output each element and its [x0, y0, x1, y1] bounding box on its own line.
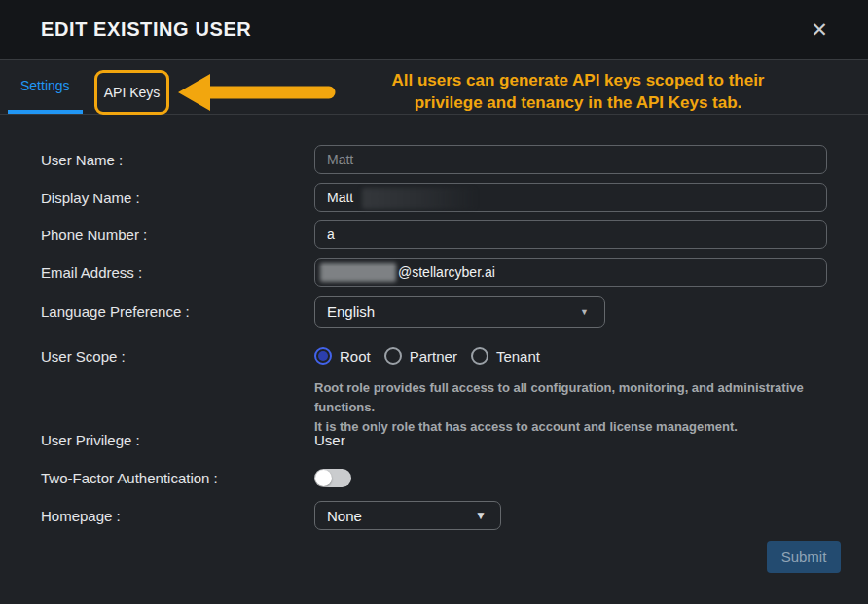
privilege-label: User Privilege :	[41, 432, 314, 448]
radio-partner-label: Partner	[410, 348, 457, 365]
radio-tenant[interactable]: Tenant	[471, 347, 540, 365]
tab-api-keys[interactable]: API Keys	[94, 70, 169, 115]
radio-unselected-icon	[471, 347, 488, 365]
display-name-row: Display Name : Matt	[41, 183, 827, 212]
user-scope-label: User Scope :	[41, 348, 314, 365]
homepage-select[interactable]: None ▼	[314, 501, 501, 530]
two-factor-row: Two-Factor Authentication :	[41, 467, 827, 488]
page-title: EDIT EXISTING USER	[41, 18, 251, 41]
homepage-label: Homepage :	[41, 508, 314, 524]
display-name-label: Display Name :	[41, 190, 314, 206]
tab-bar: Settings API Keys All users can generate…	[0, 60, 868, 115]
phone-label: Phone Number :	[41, 227, 314, 243]
redacted-text	[362, 188, 477, 209]
radio-partner[interactable]: Partner	[384, 347, 457, 365]
language-row: Language Preference : English ▼	[41, 296, 827, 328]
annotation-line-1: All users can generate API keys scoped t…	[339, 69, 817, 91]
user-name-row: User Name : Matt	[41, 145, 827, 174]
annotation-line-2: privilege and tenancy in the API Keys ta…	[339, 91, 817, 114]
homepage-value: None	[327, 508, 362, 524]
radio-tenant-label: Tenant	[496, 348, 540, 365]
two-factor-toggle[interactable]	[314, 469, 351, 487]
modal-header: EDIT EXISTING USER ✕	[0, 0, 868, 60]
redacted-text	[320, 263, 396, 282]
display-name-value: Matt	[327, 190, 353, 205]
close-icon[interactable]: ✕	[808, 18, 831, 41]
phone-row: Phone Number : a	[41, 220, 827, 249]
email-value: @stellarcyber.ai	[398, 265, 495, 280]
tab-settings[interactable]: Settings	[8, 60, 83, 114]
email-row: Email Address : @stellarcyber.ai	[41, 258, 827, 287]
privilege-value: User	[314, 432, 345, 448]
user-name-placeholder: Matt	[327, 152, 353, 167]
annotation-text: All users can generate API keys scoped t…	[339, 69, 817, 114]
language-value: English	[327, 303, 375, 320]
chevron-down-icon: ▼	[580, 307, 589, 317]
two-factor-label: Two-Factor Authentication :	[41, 470, 314, 486]
email-input[interactable]: @stellarcyber.ai	[314, 258, 827, 287]
email-label: Email Address :	[41, 265, 314, 281]
user-scope-radios: Root Partner Tenant	[314, 347, 554, 365]
submit-button[interactable]: Submit	[767, 541, 841, 573]
dropdown-arrow-icon: ▼	[475, 509, 487, 522]
phone-input[interactable]: a	[314, 220, 827, 249]
edit-user-modal: EDIT EXISTING USER ✕ Settings API Keys A…	[0, 0, 868, 604]
settings-form: User Name : Matt Display Name : Matt Pho…	[0, 115, 868, 604]
language-select[interactable]: English ▼	[314, 296, 605, 328]
help-line-1: Root role provides full access to all co…	[314, 378, 840, 417]
user-scope-row: User Scope : Root Partner Tenant	[41, 343, 827, 369]
toggle-knob	[315, 470, 332, 486]
phone-value: a	[327, 227, 335, 242]
radio-root-label: Root	[340, 348, 371, 365]
radio-root[interactable]: Root	[314, 347, 371, 365]
display-name-input[interactable]: Matt	[314, 183, 827, 212]
user-scope-help: Root role provides full access to all co…	[314, 378, 840, 437]
homepage-row: Homepage : None ▼	[41, 501, 827, 530]
user-name-label: User Name :	[41, 152, 314, 168]
language-label: Language Preference :	[41, 303, 314, 320]
user-name-input[interactable]: Matt	[314, 145, 827, 174]
radio-selected-icon	[314, 347, 332, 365]
annotation-arrow-icon	[175, 70, 339, 115]
radio-unselected-icon	[384, 347, 402, 365]
privilege-row: User Privilege : User	[41, 429, 827, 450]
